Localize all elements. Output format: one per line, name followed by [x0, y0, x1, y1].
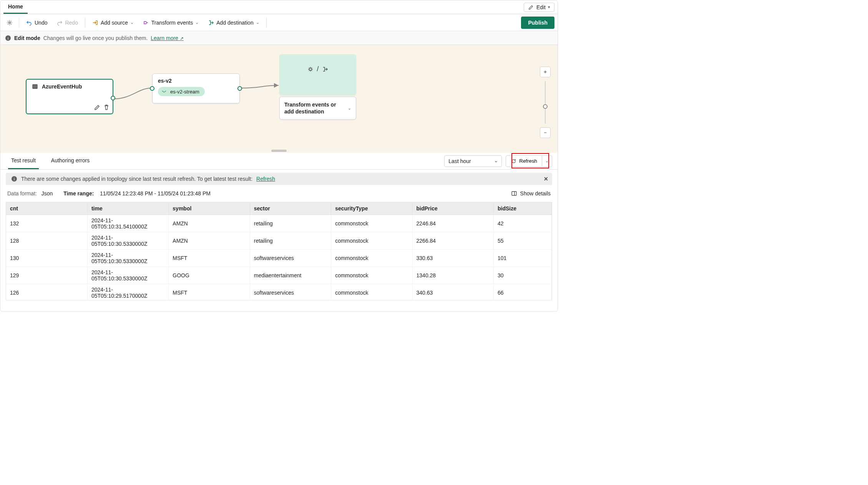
tab-authoring-errors[interactable]: Authoring errors [48, 153, 93, 169]
cell-sector: retailing [250, 232, 331, 250]
toolbar-separator [266, 18, 267, 28]
show-details-label: Show details [520, 190, 551, 197]
cell-time: 2024-11-05T05:10:30.5330000Z [87, 267, 168, 284]
pipeline-canvas[interactable]: AzureEventHub es-v2 es-v2-stream [0, 45, 558, 153]
cell-bidSize: 42 [493, 215, 551, 232]
node-azure-event-hub[interactable]: AzureEventHub [26, 79, 113, 114]
transform-icon [143, 20, 149, 26]
cell-cnt: 128 [6, 232, 87, 250]
node-output-port[interactable] [111, 96, 115, 100]
learn-more-label: Learn more [151, 35, 178, 41]
zoom-out-button[interactable]: － [540, 127, 551, 138]
add-source-button[interactable]: Add source ⌄ [88, 17, 138, 28]
event-hub-icon [32, 83, 38, 90]
node-transform-or-destination[interactable]: Transform events or add destination ⌄ [279, 97, 356, 120]
add-destination-label: Add destination [216, 20, 254, 26]
caret-down-icon: ⌄ [195, 20, 199, 25]
cell-symbol: AMZN [169, 232, 250, 250]
undo-icon [26, 20, 32, 26]
pencil-icon [528, 4, 534, 10]
time-range-selected: Last hour [448, 158, 471, 164]
table-row[interactable]: 1292024-11-05T05:10:30.5330000ZGOOGmedia… [6, 267, 552, 284]
cell-symbol: MSFT [169, 250, 250, 267]
notice-text: There are some changes applied in topolo… [21, 176, 252, 182]
time-range-label: Time range: [63, 190, 94, 197]
redo-button[interactable]: Redo [53, 17, 81, 28]
svg-point-0 [9, 22, 10, 23]
stream-pill-label: es-v2-stream [170, 89, 199, 95]
node-es-v2[interactable]: es-v2 es-v2-stream [152, 73, 240, 103]
refresh-label: Refresh [519, 158, 537, 164]
col-time[interactable]: time [87, 202, 168, 215]
cell-bidSize: 101 [493, 250, 551, 267]
col-cnt[interactable]: cnt [6, 202, 87, 215]
col-securitytype[interactable]: securityType [331, 202, 412, 215]
time-range-select[interactable]: Last hour [444, 155, 502, 167]
node-output-port[interactable] [237, 86, 242, 91]
table-row[interactable]: 1282024-11-05T05:10:30.5330000ZAMZNretai… [6, 232, 552, 250]
cell-bidPrice: 1340.28 [412, 267, 493, 284]
zoom-in-button[interactable]: ＋ [540, 67, 551, 77]
publish-button[interactable]: Publish [521, 17, 554, 29]
redo-icon [56, 20, 63, 26]
notice-close-button[interactable]: ✕ [544, 176, 548, 182]
edit-mode-info: i Edit mode Changes will go live once yo… [0, 31, 558, 45]
stream-pill[interactable]: es-v2-stream [158, 87, 205, 96]
table-row[interactable]: 1302024-11-05T05:10:30.5330000ZMSFTsoftw… [6, 250, 552, 267]
gear-icon [7, 20, 13, 26]
results-table-container[interactable]: cnt time symbol sector securityType bidP… [6, 202, 552, 300]
results-tabbar: Test result Authoring errors Last hour R… [0, 153, 558, 170]
table-row[interactable]: 1322024-11-05T05:10:31.5410000ZAMZNretai… [6, 215, 552, 232]
cell-cnt: 126 [6, 284, 87, 301]
delete-node-button[interactable] [103, 104, 110, 110]
stream-icon [161, 88, 167, 95]
learn-more-link[interactable]: Learn more ↗ [151, 35, 183, 41]
tab-test-result[interactable]: Test result [8, 153, 39, 169]
zoom-slider[interactable] [545, 81, 546, 123]
col-symbol[interactable]: symbol [169, 202, 250, 215]
refresh-dropdown[interactable]: ⌄ [542, 155, 552, 167]
zoom-slider-thumb[interactable] [543, 104, 548, 109]
caret-down-icon: ⌄ [256, 20, 259, 25]
cell-securityType: commonstock [331, 232, 412, 250]
cell-bidSize: 30 [493, 267, 551, 284]
svg-point-8 [309, 68, 312, 70]
svg-rect-5 [35, 85, 37, 86]
svg-rect-11 [512, 192, 516, 195]
zoom-control: ＋ － [540, 67, 551, 138]
undo-button[interactable]: Undo [22, 17, 51, 28]
edit-dropdown[interactable]: Edit ▾ [524, 3, 554, 12]
node-input-port[interactable] [150, 86, 154, 91]
info-desc: Changes will go live once you publish th… [43, 35, 148, 41]
refresh-icon [511, 158, 517, 164]
refresh-button[interactable]: Refresh [506, 155, 542, 167]
show-details-button[interactable]: Show details [511, 190, 551, 197]
node-destination-placeholder[interactable]: / [279, 54, 356, 95]
cell-securityType: commonstock [331, 250, 412, 267]
tab-home[interactable]: Home [3, 0, 28, 14]
notice-refresh-label: Refresh [256, 176, 275, 182]
col-sector[interactable]: sector [250, 202, 331, 215]
transform-events-label: Transform events [151, 20, 193, 26]
edit-node-button[interactable] [94, 104, 100, 110]
table-row[interactable]: 1262024-11-05T05:10:29.5170000ZMSFTsoftw… [6, 284, 552, 301]
node-azure-event-hub-title: AzureEventHub [42, 83, 82, 90]
settings-button[interactable] [3, 17, 16, 28]
tab-test-result-label: Test result [11, 157, 36, 163]
add-destination-button[interactable]: Add destination ⌄ [204, 17, 263, 28]
cell-securityType: commonstock [331, 284, 412, 301]
cell-cnt: 130 [6, 250, 87, 267]
col-bidprice[interactable]: bidPrice [412, 202, 493, 215]
destination-out-icon [208, 20, 214, 26]
results-meta: Data format: Json Time range: 11/05/24 1… [0, 185, 558, 202]
add-source-label: Add source [101, 20, 128, 26]
svg-text:i: i [14, 177, 15, 181]
caret-down-icon: ⌄ [130, 20, 134, 25]
redo-label: Redo [65, 20, 78, 26]
panel-resize-handle[interactable] [271, 150, 287, 152]
cell-bidSize: 55 [493, 232, 551, 250]
transform-events-button[interactable]: Transform events ⌄ [139, 17, 202, 28]
notice-refresh-link[interactable]: Refresh [256, 176, 275, 182]
col-bidsize[interactable]: bidSize [493, 202, 551, 215]
data-format-label: Data format: [7, 190, 37, 197]
